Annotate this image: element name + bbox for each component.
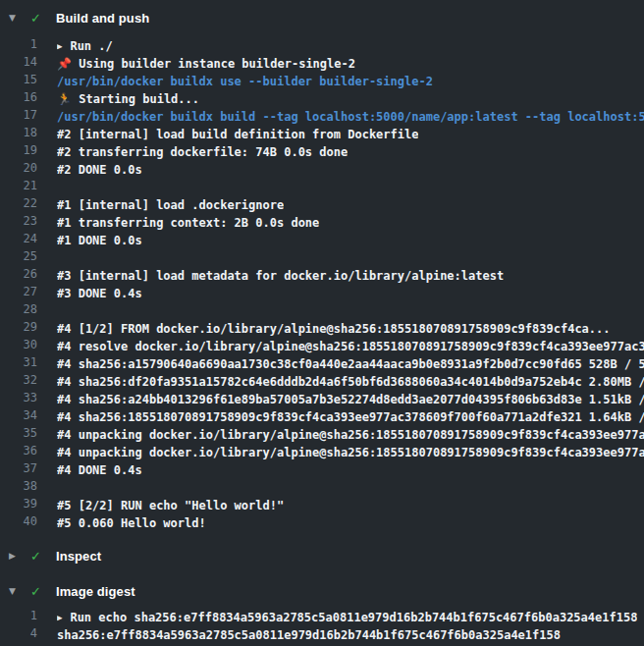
log-line: 40#5 0.060 Hello world! [0,514,644,532]
log-line-content: #4 sha256:a24bb4013296f61e89ba57005a7b3e… [57,391,644,408]
log-text: #4 DONE 0.4s [57,463,142,477]
log-line-content: ▶Run ./ [57,37,113,55]
chevron-right-icon[interactable]: ▶ [0,551,30,561]
log-line: 38 [0,479,644,497]
log-text: #4 resolve docker.io/library/alpine@sha2… [57,340,644,353]
line-number[interactable]: 27 [0,285,37,302]
log-section-inspect: ▶ ✓ Inspect [0,544,644,569]
log-line: 33#4 sha256:a24bb4013296f61e89ba57005a7b… [0,391,644,408]
line-number[interactable]: 31 [0,355,37,373]
log-line-content: /usr/bin/docker buildx build --tag local… [57,108,644,126]
log-line: 37#4 DONE 0.4s [0,461,644,479]
line-number[interactable]: 34 [0,408,37,426]
log-line-content: #3 DONE 0.4s [57,285,142,302]
line-number[interactable]: 40 [0,514,37,532]
log-line-content: #2 transferring dockerfile: 74B 0.0s don… [57,143,348,161]
line-number[interactable]: 15 [0,73,37,90]
line-number[interactable]: 32 [0,373,37,391]
log-line: 27#3 DONE 0.4s [0,285,644,302]
log-line-content: #1 DONE 0.0s [57,232,142,249]
log-line: 24#1 DONE 0.0s [0,232,644,249]
line-number[interactable]: 26 [0,267,37,285]
line-number[interactable]: 20 [0,161,37,179]
log-line: 29#4 [1/2] FROM docker.io/library/alpine… [0,320,644,338]
log-line: 26#3 [internal] load metadata for docker… [0,267,644,285]
log-lines-image-digest: 1▶Run echo sha256:e7ff8834a5963a2785c5a0… [0,609,644,644]
log-line: 28 [0,302,644,320]
log-section-image-digest: ▼ ✓ Image digest 1▶Run echo sha256:e7ff8… [0,579,644,644]
log-line: 39#5 [2/2] RUN echo "Hello world!" [0,497,644,514]
log-text: #4 unpacking docker.io/library/alpine@sh… [57,446,644,459]
line-number[interactable]: 33 [0,391,37,408]
log-line: 1▶Run echo sha256:e7ff8834a5963a2785c5a0… [0,609,644,626]
log-line-content: #4 sha256:185518070891758909c9f839cf4ca3… [57,408,644,426]
workflow-log-viewer: ▼ ✓ Build and push 1▶Run ./14📌 Using bui… [0,6,644,644]
line-number[interactable]: 29 [0,320,37,338]
line-number[interactable]: 18 [0,126,37,143]
log-line-content: #5 [2/2] RUN echo "Hello world!" [57,497,284,514]
check-success-icon: ✓ [30,584,56,599]
log-text: #2 DONE 0.0s [57,163,142,177]
log-line: 16🏃 Starting build... [0,90,644,108]
section-header-image-digest[interactable]: ▼ ✓ Image digest [0,579,644,603]
line-number[interactable]: 22 [0,196,37,214]
log-line: 1▶Run ./ [0,37,644,55]
log-line: 22#1 [internal] load .dockerignore [0,196,644,214]
line-number[interactable]: 35 [0,426,37,444]
log-command-text: /usr/bin/docker buildx use --builder bui… [57,75,433,88]
check-success-icon: ✓ [30,11,56,26]
line-number[interactable]: 30 [0,338,37,355]
log-line-content: #3 [internal] load metadata for docker.i… [57,267,504,285]
log-text: #4 [1/2] FROM docker.io/library/alpine@s… [57,322,611,336]
run-group-expander-icon[interactable]: ▶ [57,41,62,51]
chevron-down-icon[interactable]: ▼ [0,13,30,23]
line-number[interactable]: 38 [0,479,37,497]
line-number[interactable]: 17 [0,108,37,126]
line-number[interactable]: 19 [0,143,37,161]
log-line: 18#2 [internal] load build definition fr… [0,126,644,143]
line-number[interactable]: 36 [0,444,37,461]
chevron-down-icon[interactable]: ▼ [0,586,30,596]
log-line: 32#4 sha256:df20fa9351a15782c64e6dddb2d4… [0,373,644,391]
line-number[interactable]: 21 [0,179,37,196]
run-group-expander-icon[interactable]: ▶ [57,613,62,622]
line-number[interactable]: 24 [0,232,37,249]
log-section-build-and-push: ▼ ✓ Build and push 1▶Run ./14📌 Using bui… [0,6,644,532]
log-text: 🏃 Starting build... [57,92,199,106]
log-text: sha256:e7ff8834a5963a2785c5a0811e979d16b… [57,628,561,642]
log-line-content: #4 [1/2] FROM docker.io/library/alpine@s… [57,320,611,338]
line-number[interactable]: 1 [0,609,37,626]
log-command-text: /usr/bin/docker buildx build --tag local… [57,110,644,124]
line-number[interactable]: 25 [0,249,37,267]
log-line: 4sha256:e7ff8834a5963a2785c5a0811e979d16… [0,626,644,644]
check-success-icon: ✓ [30,549,56,564]
line-number[interactable]: 37 [0,461,37,479]
log-text[interactable]: Run echo sha256:e7ff8834a5963a2785c5a081… [70,611,637,624]
line-number[interactable]: 1 [0,37,37,55]
log-line: 25 [0,249,644,267]
section-header-inspect[interactable]: ▶ ✓ Inspect [0,544,644,567]
line-number[interactable]: 23 [0,214,37,232]
section-header-build-and-push[interactable]: ▼ ✓ Build and push [0,6,644,29]
log-line-content: #4 DONE 0.4s [57,461,142,479]
log-text: #3 [internal] load metadata for docker.i… [57,269,504,283]
line-number[interactable]: 16 [0,90,37,108]
log-text: #4 sha256:a24bb4013296f61e89ba57005a7b3e… [57,393,644,406]
log-text[interactable]: Run ./ [70,39,112,53]
log-line-content: /usr/bin/docker buildx use --builder bui… [57,73,433,90]
line-number[interactable]: 28 [0,302,37,320]
log-line-content: #1 [internal] load .dockerignore [57,196,284,214]
log-line: 15/usr/bin/docker buildx use --builder b… [0,73,644,90]
log-line: 14📌 Using builder instance builder-singl… [0,55,644,73]
section-title-image-digest: Image digest [56,584,135,599]
log-text: 📌 Using builder instance builder-single-… [57,57,355,71]
line-number[interactable]: 4 [0,626,37,644]
line-number[interactable]: 14 [0,55,37,73]
log-text: #4 unpacking docker.io/library/alpine@sh… [57,428,644,442]
log-text: #4 sha256:a15790640a6690aa1730c38cf0a440… [57,357,644,371]
log-line-content: #4 resolve docker.io/library/alpine@sha2… [57,338,644,355]
section-spacer [0,567,644,569]
log-line: 20#2 DONE 0.0s [0,161,644,179]
line-number[interactable]: 39 [0,497,37,514]
log-line-content: #5 0.060 Hello world! [57,514,206,532]
